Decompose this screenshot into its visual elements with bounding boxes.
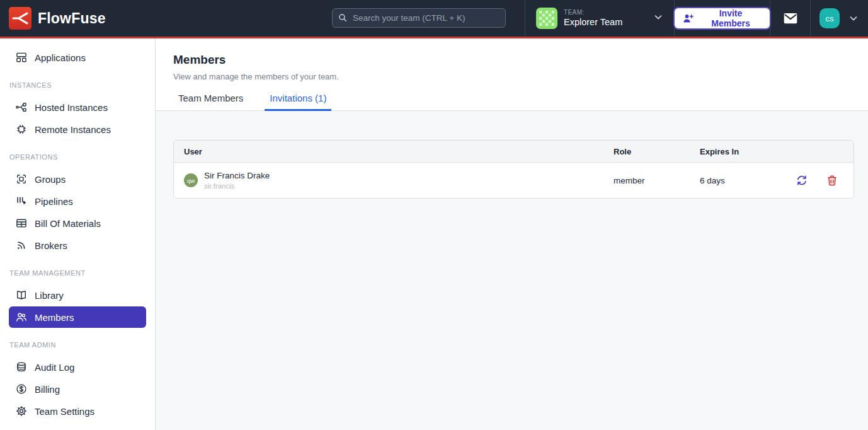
sidebar-item-label: Team Settings	[35, 406, 94, 417]
library-icon	[15, 289, 28, 301]
invite-members-label: Invite Members	[699, 8, 762, 28]
sidebar-item-label: Groups	[35, 174, 66, 185]
resend-invite-button[interactable]	[796, 174, 808, 187]
user-menu[interactable]: cs	[810, 0, 868, 37]
sidebar-item-library[interactable]: Library	[9, 284, 146, 306]
team-selector[interactable]: TEAM: Explorer Team	[525, 0, 674, 37]
user-cell: qw Sir Francis Drake sir.francis	[174, 171, 614, 190]
invite-section: Invite Members	[674, 0, 770, 37]
sidebar-item-applications[interactable]: Applications	[9, 47, 146, 68]
member-identity: Sir Francis Drake sir.francis	[204, 171, 270, 190]
member-name: Sir Francis Drake	[204, 171, 270, 180]
team-settings-icon	[15, 405, 28, 417]
navbar-right: TEAM: Explorer Team Invite Members	[525, 0, 868, 37]
tab-team-members[interactable]: Team Members	[173, 93, 248, 110]
sidebar-item-label: Remote Instances	[35, 124, 111, 135]
notifications-button[interactable]	[770, 0, 810, 37]
page-title: Members	[173, 53, 850, 67]
sidebar-item-label: Members	[35, 312, 74, 323]
brokers-icon	[15, 239, 28, 252]
pipelines-icon	[15, 195, 28, 207]
groups-icon	[15, 173, 28, 185]
bill-of-materials-icon	[15, 217, 28, 230]
trash-icon	[826, 174, 838, 187]
sidebar-section-team-management: TEAM MANAGEMENT	[9, 269, 146, 277]
team-search	[332, 8, 506, 28]
page-header: Members View and manage the members of y…	[156, 38, 868, 81]
audit-log-icon	[15, 361, 28, 373]
expires-cell: 6 days	[700, 176, 796, 185]
team-avatar-icon	[536, 8, 557, 29]
envelope-icon	[782, 10, 799, 26]
sidebar-item-billing[interactable]: Billing	[9, 378, 146, 400]
sidebar-item-members[interactable]: Members	[9, 306, 146, 328]
billing-icon	[15, 383, 28, 395]
table-header-row: User Role Expires In	[174, 141, 854, 163]
members-icon	[15, 311, 28, 323]
sidebar-item-bill-of-materials[interactable]: Bill Of Materials	[9, 212, 146, 234]
sidebar-item-label: Hosted Instances	[35, 102, 108, 113]
team-label: TEAM:	[564, 9, 622, 17]
remote-instances-icon	[15, 123, 28, 136]
brand-name: FlowFuse	[38, 10, 106, 27]
chevron-down-icon	[848, 13, 859, 24]
column-header-user: User	[174, 147, 614, 156]
sidebar-item-label: Bill Of Materials	[35, 218, 101, 229]
team-selector-text: TEAM: Explorer Team	[564, 9, 622, 28]
sidebar-item-label: Billing	[35, 384, 60, 395]
team-name: Explorer Team	[564, 16, 622, 28]
page-subtitle: View and manage the members of your team…	[173, 72, 850, 81]
sidebar-item-pipelines[interactable]: Pipelines	[9, 190, 146, 212]
sidebar-item-label: Library	[35, 290, 64, 301]
column-header-expires-in: Expires In	[700, 147, 796, 156]
user-plus-icon	[682, 13, 694, 25]
refresh-icon	[796, 174, 808, 187]
sidebar-item-label: Applications	[35, 52, 86, 63]
actions-cell	[796, 174, 854, 187]
sidebar-section-instances: INSTANCES	[9, 81, 146, 89]
tab-invitations[interactable]: Invitations (1)	[265, 93, 331, 110]
user-avatar: cs	[819, 8, 840, 28]
chevron-down-icon	[653, 11, 664, 25]
sidebar-item-audit-log[interactable]: Audit Log	[9, 356, 146, 378]
flowfuse-logo-icon	[9, 7, 31, 30]
sidebar-section-team-admin: TEAM ADMIN	[9, 341, 146, 349]
invite-members-button[interactable]: Invite Members	[675, 8, 770, 28]
brand[interactable]: FlowFuse	[0, 7, 106, 30]
sidebar-item-hosted-instances[interactable]: Hosted Instances	[9, 96, 146, 118]
sidebar-item-brokers[interactable]: Brokers	[9, 235, 146, 256]
hosted-instances-icon	[15, 101, 28, 113]
role-cell: member	[614, 176, 700, 185]
tab-bar: Team Members Invitations (1)	[156, 93, 868, 111]
invitations-table: User Role Expires In qw Sir Francis Drak…	[173, 140, 854, 199]
sidebar-item-groups[interactable]: Groups	[9, 168, 146, 190]
delete-invite-button[interactable]	[826, 174, 838, 187]
search-icon	[338, 13, 348, 25]
sidebar-item-remote-instances[interactable]: Remote Instances	[9, 119, 146, 140]
tab-content: User Role Expires In qw Sir Francis Drak…	[156, 111, 868, 430]
top-navbar: FlowFuse TEAM: Explorer	[0, 0, 868, 38]
sidebar-item-label: Brokers	[35, 240, 67, 251]
member-avatar: qw	[184, 173, 198, 187]
sidebar-section-operations: OPERATIONS	[9, 153, 146, 161]
applications-icon	[15, 51, 28, 64]
column-header-role: Role	[614, 147, 700, 156]
sidebar-item-team-settings[interactable]: Team Settings	[9, 400, 146, 422]
main-content: Members View and manage the members of y…	[156, 38, 868, 430]
member-username: sir.francis	[204, 182, 270, 190]
sidebar: Applications INSTANCES Hosted Instances …	[0, 38, 156, 430]
table-row: qw Sir Francis Drake sir.francis member …	[174, 163, 854, 198]
search-input[interactable]	[332, 8, 506, 28]
sidebar-item-label: Pipelines	[35, 196, 73, 207]
sidebar-item-label: Audit Log	[35, 362, 74, 373]
